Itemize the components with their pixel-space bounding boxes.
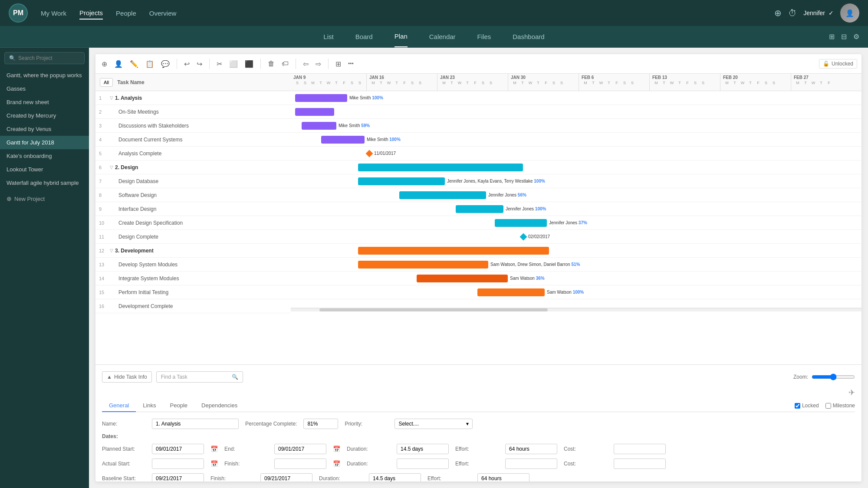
- tab-files[interactable]: Files: [477, 26, 491, 47]
- priority-dropdown[interactable]: Select.... ▾: [395, 419, 473, 429]
- duration3-input[interactable]: [369, 473, 421, 481]
- grid-view-icon[interactable]: ⊞: [829, 33, 835, 41]
- horizontal-scrollbar[interactable]: [291, 308, 861, 311]
- baseline-start-input[interactable]: [152, 473, 204, 481]
- expand-icon[interactable]: ▽: [110, 248, 113, 253]
- tab-dependencies[interactable]: Dependencies: [194, 400, 244, 412]
- task-row[interactable]: 3 Discussions with Stakeholders: [95, 119, 291, 133]
- unlock-button[interactable]: 🔓 Unlocked: [819, 59, 857, 69]
- locked-checkbox[interactable]: [795, 403, 800, 409]
- search-input[interactable]: [18, 55, 80, 61]
- sidebar-item-gantt-popup[interactable]: Gantt, where the popup works: [0, 69, 89, 82]
- copy-button[interactable]: 📋: [144, 58, 156, 70]
- duration2-input[interactable]: [397, 459, 449, 469]
- sidebar-item-gasses[interactable]: Gasses: [0, 82, 89, 95]
- nav-overview[interactable]: Overview: [149, 7, 177, 19]
- clock-icon[interactable]: ⏱: [788, 8, 797, 18]
- name-input[interactable]: [152, 419, 239, 429]
- search-box[interactable]: 🔍: [4, 52, 85, 64]
- task-row[interactable]: 12 ▽ 3. Development: [95, 244, 291, 258]
- task-row[interactable]: 13 Develop System Modules: [95, 258, 291, 272]
- assign-person-button[interactable]: 👤: [112, 58, 125, 70]
- end-input[interactable]: [274, 444, 326, 454]
- locked-checkbox-area[interactable]: Locked: [795, 403, 819, 409]
- edit-button[interactable]: ✏️: [128, 58, 140, 70]
- tag-button[interactable]: 🏷: [280, 58, 290, 69]
- actual-start-input[interactable]: [152, 459, 204, 469]
- expand-icon[interactable]: ▽: [110, 95, 113, 100]
- task-row[interactable]: 9 Interface Design: [95, 202, 291, 216]
- sidebar-item-venus[interactable]: Created by Venus: [0, 122, 89, 136]
- duration-input[interactable]: [397, 444, 449, 454]
- cut-button[interactable]: ✂: [215, 58, 224, 70]
- task-row[interactable]: 11 Design Complete: [95, 230, 291, 244]
- tab-links[interactable]: Links: [136, 400, 163, 412]
- actual-start-calendar-icon[interactable]: 📅: [210, 460, 218, 467]
- sidebar-item-mercury[interactable]: Created by Mercury: [0, 109, 89, 122]
- redo-button[interactable]: ↪: [195, 58, 204, 70]
- nav-my-work[interactable]: My Work: [41, 7, 66, 19]
- pct-input[interactable]: [303, 419, 338, 429]
- task-row[interactable]: 6 ▽ 2. Design: [95, 160, 291, 174]
- tab-plan[interactable]: Plan: [395, 26, 408, 47]
- cost-input[interactable]: [614, 444, 666, 454]
- task-row[interactable]: 15 Perform Initial Testing: [95, 285, 291, 299]
- tab-dashboard[interactable]: Dashboard: [513, 26, 544, 47]
- filter-icon[interactable]: ⊟: [841, 33, 847, 41]
- milestone-checkbox[interactable]: [825, 403, 831, 409]
- effort2-input[interactable]: [505, 459, 557, 469]
- tab-board[interactable]: Board: [355, 26, 373, 47]
- nav-projects[interactable]: Projects: [79, 7, 103, 20]
- cost2-input[interactable]: [614, 459, 666, 469]
- effort-input[interactable]: [505, 444, 557, 454]
- indent-right-button[interactable]: ⇨: [314, 58, 323, 70]
- sidebar-item-gantt-july[interactable]: Gantt for July 2018: [0, 136, 89, 149]
- tab-calendar[interactable]: Calendar: [429, 26, 456, 47]
- planned-start-input[interactable]: [152, 444, 204, 454]
- hide-task-info-button[interactable]: ▲ Hide Task Info: [102, 371, 152, 383]
- all-button[interactable]: All: [100, 78, 113, 87]
- nav-people[interactable]: People: [116, 7, 136, 19]
- find-task-field[interactable]: Find a Task 🔍: [156, 371, 243, 383]
- finish2-input[interactable]: [260, 473, 312, 481]
- zoom-slider[interactable]: [812, 373, 855, 380]
- task-row[interactable]: 1 ▽ 1. Analysis: [95, 91, 291, 105]
- more-button[interactable]: •••: [346, 59, 355, 69]
- effort3-input[interactable]: [477, 473, 529, 481]
- add-task-button[interactable]: ⊕: [100, 58, 109, 70]
- milestone-checkbox-area[interactable]: Milestone: [825, 403, 855, 409]
- send-icon[interactable]: ✈: [848, 388, 855, 397]
- task-row[interactable]: 14 Integrate System Modules: [95, 272, 291, 285]
- task-row[interactable]: 10 Create Design Specification: [95, 216, 291, 230]
- task-row[interactable]: 8 Software Design: [95, 188, 291, 202]
- task-row[interactable]: 5 Analysis Complete: [95, 147, 291, 160]
- delete-button[interactable]: 🗑: [266, 58, 276, 69]
- user-menu[interactable]: Jennifer ✓: [803, 10, 834, 16]
- tab-people[interactable]: People: [163, 400, 194, 412]
- paste2-button[interactable]: ⬛: [243, 58, 255, 70]
- task-row[interactable]: 16 Development Complete: [95, 299, 291, 313]
- add-button[interactable]: ⊕: [774, 8, 782, 18]
- finish-input[interactable]: [274, 459, 326, 469]
- settings-icon[interactable]: ⚙: [853, 33, 859, 41]
- task-row[interactable]: 7 Design Database: [95, 174, 291, 188]
- tab-general[interactable]: General: [102, 400, 136, 412]
- task-row[interactable]: 2 On-Site Meetings: [95, 105, 291, 119]
- sidebar-item-kates-onboarding[interactable]: Kate's onboarding: [0, 149, 89, 163]
- undo-button[interactable]: ↩: [182, 58, 191, 70]
- sidebar-item-waterfall[interactable]: Waterfall agile hybrid sample: [0, 176, 89, 190]
- expand-icon[interactable]: ▽: [110, 165, 113, 170]
- sidebar-item-lookout-tower[interactable]: Lookout Tower: [0, 163, 89, 176]
- planned-start-calendar-icon[interactable]: 📅: [210, 445, 218, 452]
- comment-button[interactable]: 💬: [159, 58, 171, 70]
- user-avatar[interactable]: 👤: [840, 3, 859, 23]
- end-calendar-icon[interactable]: 📅: [333, 445, 340, 452]
- tab-list[interactable]: List: [323, 26, 333, 47]
- indent-left-button[interactable]: ⇦: [301, 58, 310, 70]
- sidebar-item-brand-new[interactable]: Brand new sheet: [0, 95, 89, 109]
- new-project-button[interactable]: ⊕ New Project: [0, 192, 89, 206]
- grid-button[interactable]: ⊞: [334, 58, 343, 70]
- paste-button[interactable]: ⬜: [227, 58, 240, 70]
- finish-calendar-icon[interactable]: 📅: [333, 460, 340, 467]
- task-row[interactable]: 4 Document Current Systems: [95, 133, 291, 147]
